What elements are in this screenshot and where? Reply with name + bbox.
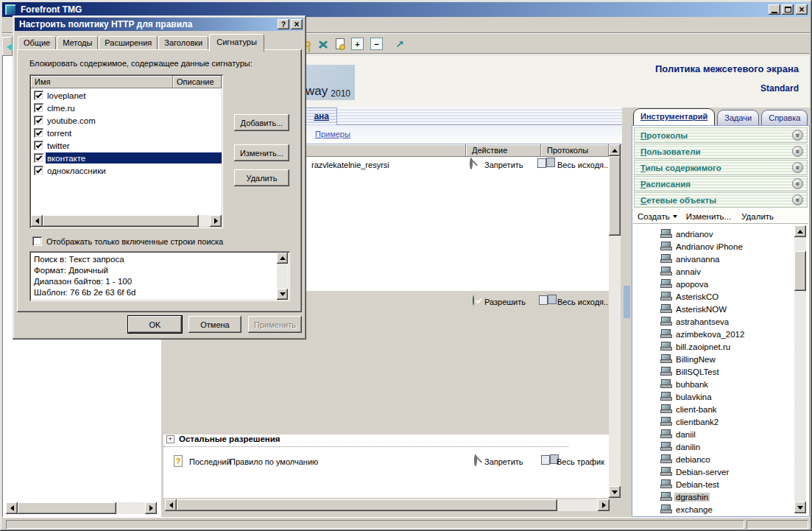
toolbox-scroll-up-button[interactable] bbox=[794, 225, 806, 237]
up-right-arrow-icon[interactable]: ↗ bbox=[395, 38, 404, 50]
dropdown-caret-icon[interactable] bbox=[673, 215, 677, 220]
create-menu-button[interactable]: Создать bbox=[638, 212, 670, 221]
dialog-tab[interactable]: Общие bbox=[18, 36, 56, 50]
signature-row[interactable]: torrent bbox=[31, 127, 222, 139]
signature-checkbox[interactable] bbox=[34, 128, 43, 138]
dialog-tab[interactable]: Расширения bbox=[99, 36, 158, 50]
default-rule-order[interactable]: Последний bbox=[189, 457, 231, 466]
apply-button[interactable]: Применить bbox=[248, 316, 302, 333]
signature-checkbox[interactable] bbox=[34, 103, 43, 113]
network-object-item[interactable]: bulavkina bbox=[633, 390, 794, 403]
rule-protocols[interactable]: Весь исходя.. bbox=[557, 298, 608, 306]
dialog-close-button[interactable]: × bbox=[291, 19, 303, 29]
signature-row[interactable]: twitter bbox=[31, 139, 222, 152]
minimize-button[interactable] bbox=[769, 4, 780, 15]
dialog-tab[interactable]: Сигнатуры bbox=[209, 34, 264, 52]
network-object-item[interactable]: danilin bbox=[633, 440, 794, 453]
network-object-item[interactable]: annaiv bbox=[633, 265, 794, 278]
description-column-header[interactable]: Описание bbox=[173, 76, 222, 88]
action-column-header[interactable]: Действие bbox=[466, 144, 541, 157]
help-button[interactable]: ? bbox=[278, 19, 289, 29]
network-object-item[interactable]: dgrashin bbox=[633, 490, 794, 503]
network-object-item[interactable]: AsteriskCO bbox=[633, 290, 794, 303]
network-object-item[interactable]: Debian-test bbox=[633, 478, 794, 490]
network-object-item[interactable]: BillingNew bbox=[633, 353, 794, 365]
network-object-item[interactable]: anivananna bbox=[633, 253, 794, 265]
filter-checkbox[interactable] bbox=[32, 236, 42, 246]
rules-scroll-down-button[interactable] bbox=[609, 486, 621, 498]
network-object-item[interactable]: daniil bbox=[633, 428, 794, 440]
listbox-scroll-left-button[interactable] bbox=[31, 215, 43, 227]
expand-all-button[interactable]: + bbox=[351, 38, 364, 50]
listbox-scroll-right-button[interactable] bbox=[210, 215, 222, 227]
signature-row[interactable]: вконтакте bbox=[31, 152, 222, 164]
dialog-tab[interactable]: Методы bbox=[57, 36, 98, 50]
toolbox-tab[interactable]: Справка bbox=[761, 110, 808, 126]
rule-action[interactable]: Запретить bbox=[484, 161, 523, 169]
network-object-item[interactable]: debianco bbox=[633, 453, 794, 465]
maximize-button[interactable] bbox=[782, 4, 794, 15]
default-rule-name[interactable]: Правило по умолчанию bbox=[230, 457, 318, 466]
network-object-item[interactable]: BillSQLTest bbox=[633, 365, 794, 378]
signature-checkbox[interactable] bbox=[34, 116, 43, 125]
network-object-item[interactable]: buhbank bbox=[633, 378, 794, 390]
scissors-icon[interactable] bbox=[317, 38, 329, 50]
signature-row[interactable]: одноклассники bbox=[31, 164, 222, 177]
details-v-scrollbar-track[interactable] bbox=[277, 264, 288, 289]
network-object-item[interactable]: astrahantseva bbox=[633, 315, 794, 328]
edit-button[interactable]: Изменить... bbox=[686, 212, 731, 221]
toolbox-section-bar[interactable]: Протоколы » bbox=[634, 127, 808, 143]
back-button[interactable] bbox=[2, 37, 13, 57]
network-object-item[interactable]: client-bank bbox=[633, 403, 794, 415]
toolbox-v-scrollbar-thumb[interactable] bbox=[794, 251, 806, 291]
rules-scroll-left-button[interactable] bbox=[165, 499, 177, 511]
toolbox-section-bar[interactable]: Пользователи » bbox=[634, 144, 808, 159]
network-object-item[interactable]: exchange bbox=[633, 503, 794, 514]
toolbox-tab[interactable]: Инструментарий bbox=[633, 108, 715, 126]
policy-document-icon[interactable] bbox=[336, 38, 345, 49]
rule-protocols[interactable]: Весь исходя.. bbox=[557, 161, 608, 169]
toolbox-scroll-down-button[interactable] bbox=[794, 502, 806, 513]
signature-row[interactable]: clme.ru bbox=[31, 102, 222, 114]
splitter-handle[interactable] bbox=[624, 286, 630, 318]
details-scroll-down-button[interactable] bbox=[277, 289, 288, 300]
chevron-down-icon[interactable]: » bbox=[792, 130, 803, 141]
collapse-all-button[interactable]: − bbox=[370, 38, 383, 50]
rules-scroll-up-button[interactable] bbox=[609, 144, 621, 156]
network-object-item[interactable]: AsteriskNOW bbox=[633, 303, 794, 315]
rules-v-scrollbar-thumb[interactable] bbox=[609, 156, 621, 236]
network-object-item[interactable]: apopova bbox=[633, 278, 794, 290]
filter-checkbox-label[interactable]: Отображать только включенные строки поис… bbox=[46, 237, 223, 246]
window-titlebar[interactable]: Forefront TMG × bbox=[2, 2, 810, 17]
toolbox-tab[interactable]: Задачи bbox=[717, 110, 759, 126]
tree-scroll-right-button[interactable] bbox=[145, 502, 157, 514]
chevron-down-icon[interactable]: » bbox=[792, 162, 803, 173]
rule-name[interactable]: razvlekatelnie_resyrsi bbox=[311, 161, 389, 169]
chevron-down-icon[interactable]: » bbox=[792, 146, 803, 157]
toolbox-section-bar[interactable]: Расписания » bbox=[634, 176, 808, 191]
dialog-titlebar[interactable]: Настроить политику HTTP для правила ? × bbox=[15, 18, 304, 31]
ok-button[interactable]: OK bbox=[128, 316, 182, 333]
chevron-down-icon[interactable]: » bbox=[792, 194, 803, 205]
tree-h-scrollbar-thumb[interactable] bbox=[18, 502, 116, 514]
signature-checkbox[interactable] bbox=[34, 91, 43, 100]
tree-scroll-left-button[interactable] bbox=[6, 502, 18, 514]
signature-checkbox[interactable] bbox=[34, 141, 43, 150]
rules-scroll-right-button[interactable] bbox=[598, 499, 610, 511]
expand-group-button[interactable]: + bbox=[166, 435, 174, 443]
signature-row[interactable]: youtube.com bbox=[31, 114, 222, 127]
default-rule-action[interactable]: Запретить bbox=[484, 457, 523, 466]
network-object-item[interactable]: bill.zaoipnet.ru bbox=[633, 340, 794, 353]
close-button[interactable]: × bbox=[796, 4, 808, 15]
delete-button[interactable]: Удалить bbox=[234, 169, 289, 186]
network-object-item[interactable]: azimbekova_2012 bbox=[633, 328, 794, 340]
network-object-item[interactable]: Debian-server bbox=[633, 465, 794, 478]
listbox-h-scrollbar-thumb[interactable] bbox=[43, 215, 199, 227]
network-object-item[interactable]: clientbank2 bbox=[633, 415, 794, 428]
group-header-label[interactable]: Остальные разрешения bbox=[179, 435, 280, 443]
chevron-down-icon[interactable]: » bbox=[792, 178, 803, 189]
rules-h-scrollbar-thumb[interactable] bbox=[177, 499, 557, 511]
cancel-button[interactable]: Отмена bbox=[188, 316, 241, 333]
dialog-tab[interactable]: Заголовки bbox=[158, 36, 208, 50]
examples-link[interactable]: Примеры bbox=[315, 130, 350, 138]
